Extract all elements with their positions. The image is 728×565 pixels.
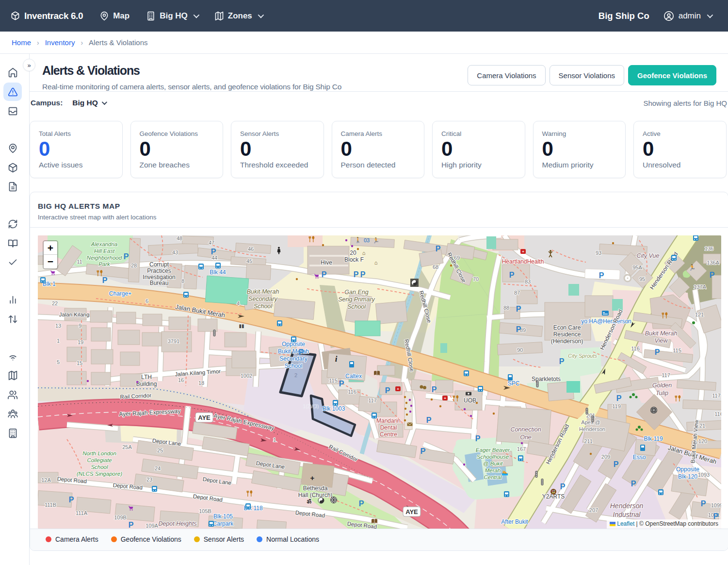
svg-text:@ Bukit: @ Bukit	[483, 461, 503, 466]
svg-text:P: P	[360, 270, 366, 279]
svg-text:LTH: LTH	[141, 374, 152, 381]
svg-text:🏃: 🏃	[689, 264, 696, 271]
svg-text:136: 136	[705, 246, 713, 251]
svg-text:13: 13	[55, 323, 61, 329]
svg-text:109A: 109A	[146, 523, 158, 529]
svg-text:8: 8	[181, 278, 184, 284]
svg-text:1099: 1099	[711, 502, 721, 508]
svg-text:P: P	[426, 416, 432, 424]
svg-text:48: 48	[177, 235, 182, 241]
svg-text:+: +	[397, 387, 399, 391]
svg-text:4: 4	[237, 300, 240, 306]
svg-text:School: School	[347, 303, 366, 310]
svg-text:Secondary: Secondary	[279, 355, 307, 362]
svg-text:115: 115	[673, 348, 681, 353]
svg-text:Connection: Connection	[510, 426, 541, 433]
svg-text:25: 25	[157, 448, 163, 453]
svg-text:HeartlandHealth: HeartlandHealth	[502, 258, 544, 265]
svg-text:Blk 1003: Blk 1003	[323, 405, 345, 412]
svg-text:P: P	[436, 245, 441, 253]
svg-text:P: P	[129, 521, 134, 529]
svg-text:Bukit Merah: Bukit Merah	[645, 330, 678, 337]
svg-text:Blk 120: Blk 120	[678, 473, 697, 480]
svg-text:P: P	[631, 480, 636, 488]
svg-text:115: 115	[329, 378, 338, 383]
svg-text:+: +	[444, 396, 446, 400]
svg-text:Dental: Dental	[380, 424, 397, 431]
svg-text:Gan Eng: Gan Eng	[344, 289, 368, 296]
svg-text:One: One	[520, 434, 532, 441]
svg-text:Alexandria: Alexandria	[91, 241, 117, 247]
svg-text:Schoolhouse: Schoolhouse	[477, 454, 509, 460]
svg-text:12A: 12A	[41, 477, 51, 483]
svg-text:1093: 1093	[698, 472, 710, 478]
svg-text:Mandarin: Mandarin	[376, 417, 401, 424]
svg-text:Collegiate: Collegiate	[87, 457, 112, 463]
svg-text:P: P	[559, 357, 565, 366]
svg-text:P: P	[509, 271, 515, 279]
svg-text:117: 117	[662, 372, 670, 378]
svg-text:22: 22	[52, 300, 58, 306]
svg-text:Esso: Esso	[633, 454, 646, 461]
svg-text:1(2)/(3): 1(2)/(3)	[303, 404, 319, 409]
svg-text:Apex @: Apex @	[581, 419, 600, 425]
svg-text:(NLCS Singapore): (NLCS Singapore)	[77, 471, 122, 477]
svg-text:ॐ: ॐ	[307, 499, 311, 504]
svg-text:P: P	[69, 496, 74, 504]
svg-text:School: School	[285, 363, 303, 369]
svg-text:P: P	[614, 460, 619, 468]
svg-text:P: P	[655, 348, 660, 356]
svg-text:P: P	[421, 447, 426, 455]
svg-text:23: 23	[146, 477, 152, 482]
svg-text:Industrial: Industrial	[613, 511, 641, 518]
svg-text:117: 117	[712, 393, 721, 399]
svg-text:24: 24	[155, 465, 161, 471]
svg-text:School: School	[254, 303, 273, 310]
svg-text:Hill East: Hill East	[94, 248, 115, 254]
svg-text:87: 87	[514, 290, 520, 296]
svg-text:Residence: Residence	[553, 331, 581, 338]
svg-text:2: 2	[294, 372, 297, 378]
svg-text:P: P	[516, 305, 521, 313]
svg-text:111B: 111B	[45, 502, 56, 508]
svg-text:🏃: 🏃	[372, 237, 379, 244]
svg-text:View: View	[655, 337, 668, 344]
svg-text:AYE: AYE	[198, 414, 210, 421]
svg-text:Blk 105: Blk 105	[213, 513, 233, 520]
svg-text:P: P	[385, 386, 390, 395]
svg-text:P: P	[432, 385, 437, 394]
svg-text:P: P	[124, 252, 129, 261]
svg-text:90: 90	[517, 347, 523, 353]
svg-text:P: P	[354, 270, 359, 279]
svg-text:Sparkletots: Sparkletots	[532, 376, 561, 382]
svg-text:P: P	[211, 248, 216, 256]
svg-text:46: 46	[248, 246, 254, 252]
svg-text:P: P	[516, 325, 521, 333]
svg-text:93: 93	[596, 250, 601, 256]
svg-text:207: 207	[589, 507, 598, 513]
svg-text:P: P	[339, 380, 344, 388]
svg-text:Seng Primary: Seng Primary	[338, 296, 375, 303]
svg-text:70: 70	[473, 276, 479, 282]
svg-text:⌂: ⌂	[374, 260, 378, 266]
svg-text:Bureau: Bureau	[150, 280, 169, 286]
svg-text:Tulip: Tulip	[656, 390, 668, 397]
svg-text:137A: 137A	[694, 284, 706, 290]
svg-text:68: 68	[433, 264, 438, 270]
svg-text:i: i	[335, 354, 338, 364]
svg-text:Bukit Merah: Bukit Merah	[247, 288, 279, 295]
svg-text:Centre: Centre	[380, 431, 397, 438]
svg-text:16: 16	[178, 377, 184, 383]
svg-text:Blk 44: Blk 44	[210, 269, 226, 276]
svg-text:Henderson: Henderson	[579, 426, 605, 432]
svg-text:95: 95	[639, 276, 645, 282]
svg-text:Secondary: Secondary	[248, 296, 278, 302]
svg-text:SPC: SPC	[508, 380, 520, 387]
svg-text:116: 116	[348, 389, 356, 395]
svg-text:9: 9	[79, 323, 81, 329]
svg-text:109B: 109B	[114, 515, 127, 520]
svg-text:111A: 111A	[76, 510, 88, 516]
svg-text:Depot Heights: Depot Heights	[158, 520, 196, 527]
svg-text:Blk 119: Blk 119	[644, 435, 663, 442]
svg-text:15: 15	[77, 360, 82, 366]
